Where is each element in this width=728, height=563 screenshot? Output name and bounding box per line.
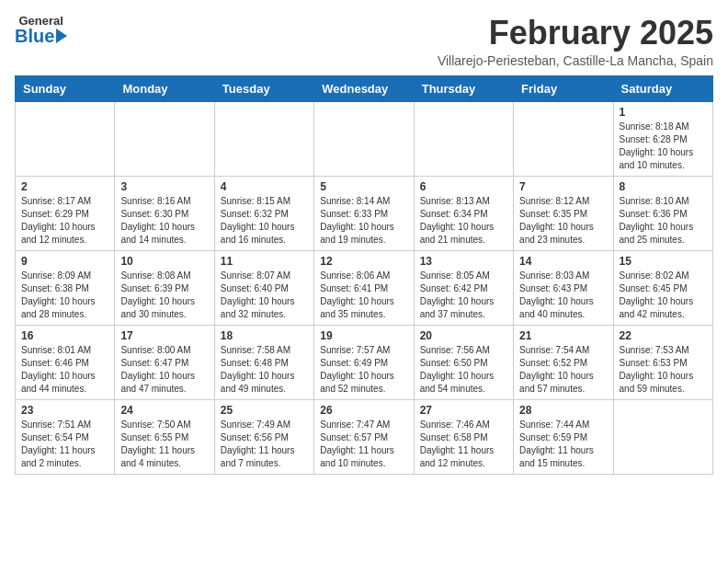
table-row: 20Sunrise: 7:56 AM Sunset: 6:50 PM Dayli…	[414, 325, 513, 399]
day-info: Sunrise: 7:47 AM Sunset: 6:57 PM Dayligh…	[320, 419, 407, 470]
day-info: Sunrise: 8:02 AM Sunset: 6:45 PM Dayligh…	[620, 270, 707, 321]
table-row: 28Sunrise: 7:44 AM Sunset: 6:59 PM Dayli…	[514, 399, 613, 474]
month-title: February 2025	[438, 15, 713, 52]
day-info: Sunrise: 8:05 AM Sunset: 6:42 PM Dayligh…	[420, 270, 507, 321]
day-info: Sunrise: 7:54 AM Sunset: 6:52 PM Dayligh…	[519, 344, 607, 396]
day-number: 14	[519, 255, 607, 268]
table-row: 25Sunrise: 7:49 AM Sunset: 6:56 PM Dayli…	[214, 399, 313, 474]
table-row: 17Sunrise: 8:00 AM Sunset: 6:47 PM Dayli…	[115, 325, 214, 399]
day-info: Sunrise: 8:14 AM Sunset: 6:33 PM Dayligh…	[320, 195, 407, 247]
table-row	[514, 101, 613, 176]
table-row: 13Sunrise: 8:05 AM Sunset: 6:42 PM Dayli…	[414, 250, 513, 325]
table-row: 5Sunrise: 8:14 AM Sunset: 6:33 PM Daylig…	[314, 176, 414, 250]
table-row: 4Sunrise: 8:15 AM Sunset: 6:32 PM Daylig…	[214, 176, 313, 250]
day-info: Sunrise: 7:53 AM Sunset: 6:53 PM Dayligh…	[620, 344, 707, 396]
header-friday: Friday	[514, 75, 613, 101]
day-info: Sunrise: 8:03 AM Sunset: 6:43 PM Dayligh…	[519, 270, 607, 321]
calendar-week-row: 16Sunrise: 8:01 AM Sunset: 6:46 PM Dayli…	[16, 325, 713, 399]
location-title: Villarejo-Periesteban, Castille-La Manch…	[438, 53, 713, 68]
table-row: 14Sunrise: 8:03 AM Sunset: 6:43 PM Dayli…	[514, 250, 613, 325]
day-number: 25	[221, 404, 308, 417]
day-info: Sunrise: 8:07 AM Sunset: 6:40 PM Dayligh…	[221, 270, 308, 321]
table-row: 16Sunrise: 8:01 AM Sunset: 6:46 PM Dayli…	[16, 325, 115, 399]
day-number: 20	[420, 329, 507, 342]
day-info: Sunrise: 8:15 AM Sunset: 6:32 PM Dayligh…	[221, 195, 308, 247]
table-row: 26Sunrise: 7:47 AM Sunset: 6:57 PM Dayli…	[314, 399, 414, 474]
logo-flag-icon	[56, 29, 67, 43]
calendar-week-row: 2Sunrise: 8:17 AM Sunset: 6:29 PM Daylig…	[16, 176, 713, 250]
day-number: 15	[620, 255, 707, 268]
table-row: 10Sunrise: 8:08 AM Sunset: 6:39 PM Dayli…	[115, 250, 214, 325]
day-info: Sunrise: 8:16 AM Sunset: 6:30 PM Dayligh…	[120, 195, 208, 247]
day-number: 13	[420, 255, 507, 268]
table-row: 21Sunrise: 7:54 AM Sunset: 6:52 PM Dayli…	[514, 325, 613, 399]
day-number: 8	[620, 180, 707, 193]
day-info: Sunrise: 8:17 AM Sunset: 6:29 PM Dayligh…	[21, 195, 108, 247]
day-number: 9	[21, 255, 108, 268]
day-info: Sunrise: 8:00 AM Sunset: 6:47 PM Dayligh…	[120, 344, 208, 396]
table-row: 12Sunrise: 8:06 AM Sunset: 6:41 PM Dayli…	[314, 250, 414, 325]
table-row: 18Sunrise: 7:58 AM Sunset: 6:48 PM Dayli…	[214, 325, 313, 399]
day-number: 3	[120, 180, 208, 193]
day-info: Sunrise: 7:46 AM Sunset: 6:58 PM Dayligh…	[420, 419, 507, 470]
day-number: 12	[320, 255, 407, 268]
day-number: 2	[21, 180, 108, 193]
day-number: 23	[21, 404, 108, 417]
header-saturday: Saturday	[613, 75, 712, 101]
day-info: Sunrise: 8:09 AM Sunset: 6:38 PM Dayligh…	[21, 270, 108, 321]
day-info: Sunrise: 8:13 AM Sunset: 6:34 PM Dayligh…	[420, 195, 507, 247]
day-info: Sunrise: 7:49 AM Sunset: 6:56 PM Dayligh…	[221, 419, 308, 470]
table-row: 7Sunrise: 8:12 AM Sunset: 6:35 PM Daylig…	[514, 176, 613, 250]
header-thursday: Thursday	[414, 75, 513, 101]
header-monday: Monday	[115, 75, 214, 101]
day-info: Sunrise: 8:10 AM Sunset: 6:36 PM Dayligh…	[620, 195, 707, 247]
table-row: 3Sunrise: 8:16 AM Sunset: 6:30 PM Daylig…	[115, 176, 214, 250]
table-row	[314, 101, 414, 176]
day-info: Sunrise: 7:50 AM Sunset: 6:55 PM Dayligh…	[120, 419, 208, 470]
calendar-week-row: 23Sunrise: 7:51 AM Sunset: 6:54 PM Dayli…	[16, 399, 713, 474]
day-number: 18	[221, 329, 308, 342]
day-number: 5	[320, 180, 407, 193]
day-number: 26	[320, 404, 407, 417]
day-info: Sunrise: 8:12 AM Sunset: 6:35 PM Dayligh…	[519, 195, 607, 247]
day-number: 24	[120, 404, 208, 417]
day-number: 22	[620, 329, 707, 342]
table-row	[16, 101, 115, 176]
table-row: 22Sunrise: 7:53 AM Sunset: 6:53 PM Dayli…	[613, 325, 712, 399]
calendar-week-row: 9Sunrise: 8:09 AM Sunset: 6:38 PM Daylig…	[16, 250, 713, 325]
day-number: 27	[420, 404, 507, 417]
day-info: Sunrise: 7:58 AM Sunset: 6:48 PM Dayligh…	[221, 344, 308, 396]
table-row	[414, 101, 513, 176]
header-sunday: Sunday	[16, 75, 115, 101]
calendar-table: Sunday Monday Tuesday Wednesday Thursday…	[15, 75, 713, 475]
day-info: Sunrise: 8:18 AM Sunset: 6:28 PM Dayligh…	[620, 121, 707, 172]
day-number: 17	[120, 329, 208, 342]
table-row: 23Sunrise: 7:51 AM Sunset: 6:54 PM Dayli…	[16, 399, 115, 474]
table-row: 2Sunrise: 8:17 AM Sunset: 6:29 PM Daylig…	[16, 176, 115, 250]
table-row: 1Sunrise: 8:18 AM Sunset: 6:28 PM Daylig…	[613, 101, 712, 176]
title-section: February 2025 Villarejo-Periesteban, Cas…	[438, 15, 713, 68]
day-info: Sunrise: 7:51 AM Sunset: 6:54 PM Dayligh…	[21, 419, 108, 470]
day-number: 10	[120, 255, 208, 268]
table-row: 9Sunrise: 8:09 AM Sunset: 6:38 PM Daylig…	[16, 250, 115, 325]
table-row: 11Sunrise: 8:07 AM Sunset: 6:40 PM Dayli…	[214, 250, 313, 325]
day-info: Sunrise: 7:56 AM Sunset: 6:50 PM Dayligh…	[420, 344, 507, 396]
day-number: 19	[320, 329, 407, 342]
day-number: 6	[420, 180, 507, 193]
day-number: 4	[221, 180, 308, 193]
day-number: 7	[519, 180, 607, 193]
logo-blue-text: Blue	[15, 27, 54, 45]
table-row	[115, 101, 214, 176]
day-info: Sunrise: 7:44 AM Sunset: 6:59 PM Dayligh…	[519, 419, 607, 470]
day-number: 21	[519, 329, 607, 342]
day-info: Sunrise: 8:06 AM Sunset: 6:41 PM Dayligh…	[320, 270, 407, 321]
table-row: 15Sunrise: 8:02 AM Sunset: 6:45 PM Dayli…	[613, 250, 712, 325]
table-row	[613, 399, 712, 474]
calendar-header-row: Sunday Monday Tuesday Wednesday Thursday…	[16, 75, 713, 101]
logo: General Blue	[15, 15, 67, 45]
calendar-week-row: 1Sunrise: 8:18 AM Sunset: 6:28 PM Daylig…	[16, 101, 713, 176]
table-row: 19Sunrise: 7:57 AM Sunset: 6:49 PM Dayli…	[314, 325, 414, 399]
day-number: 1	[620, 106, 707, 119]
day-info: Sunrise: 8:01 AM Sunset: 6:46 PM Dayligh…	[21, 344, 108, 396]
table-row: 6Sunrise: 8:13 AM Sunset: 6:34 PM Daylig…	[414, 176, 513, 250]
